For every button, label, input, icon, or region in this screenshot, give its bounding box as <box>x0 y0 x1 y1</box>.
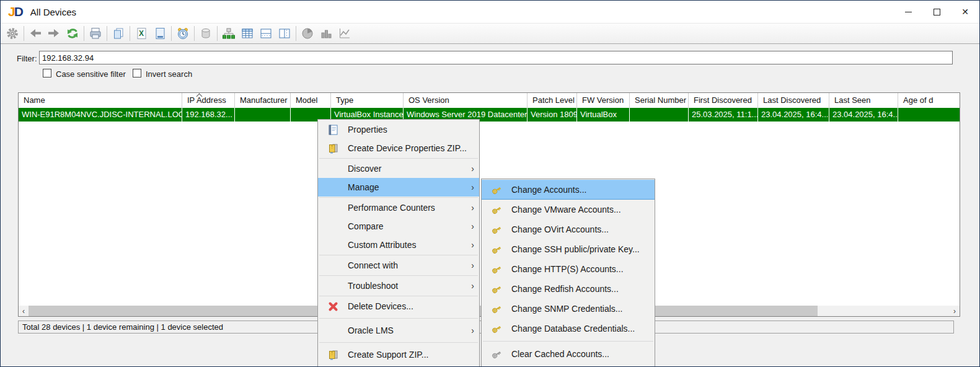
column-header-model[interactable]: Model <box>291 93 331 108</box>
table-row[interactable]: WIN-E91R8M04NVC.JDISC-INTERNAL.LOCAL 192… <box>19 108 960 122</box>
submenu-item-clear-cached-accounts[interactable]: Clear Cached Accounts... <box>482 344 655 364</box>
submenu-item-change-ovirt-accounts[interactable]: Change OVirt Accounts... <box>482 219 655 239</box>
column-header-last-seen[interactable]: Last Seen <box>829 93 898 108</box>
column-header-age[interactable]: Age of d <box>898 93 960 108</box>
maximize-icon <box>934 9 940 15</box>
forward-button[interactable] <box>45 25 63 42</box>
menu-item-create-support-zip[interactable]: Create Support ZIP... <box>318 345 479 364</box>
menu-item-delete-devices[interactable]: Delete Devices... <box>318 297 479 316</box>
zip-icon <box>327 142 339 154</box>
column-header-last-discovered[interactable]: Last Discovered <box>758 93 829 108</box>
menu-separator <box>319 296 478 296</box>
report-button[interactable] <box>151 25 169 42</box>
copy-button[interactable] <box>109 25 128 42</box>
split-horizontal-button[interactable] <box>257 25 275 42</box>
menu-item-create-device-properties-zip[interactable]: Create Device Properties ZIP... <box>318 139 479 157</box>
split-vertical-icon <box>278 27 291 40</box>
column-header-ip-address[interactable]: IP Address <box>182 93 235 108</box>
filter-input[interactable] <box>39 51 953 64</box>
topology-button[interactable] <box>219 25 238 42</box>
print-button[interactable] <box>86 25 105 42</box>
menu-separator <box>319 197 478 198</box>
menu-item-performance-counters[interactable]: Performance Counters <box>318 198 479 217</box>
cell-first-discovered: 25.03.2025, 11:1... <box>689 108 758 122</box>
bar-chart-button[interactable] <box>317 25 335 42</box>
menu-item-troubleshoot[interactable]: Troubleshoot <box>318 276 479 295</box>
scheduler-icon <box>176 27 190 40</box>
key-icon <box>490 283 503 295</box>
key-icon <box>490 243 503 255</box>
submenu-item-change-snmp-credentials[interactable]: Change SNMP Credentials... <box>482 299 655 319</box>
pie-chart-button[interactable] <box>298 25 317 42</box>
invert-search-checkbox[interactable] <box>133 69 141 77</box>
column-header-manufacturer[interactable]: Manufacturer <box>235 93 291 108</box>
menu-item-manage[interactable]: Manage <box>318 178 479 197</box>
cell-fw-version: VirtualBox <box>577 108 630 122</box>
minimize-button[interactable] <box>894 1 922 23</box>
cell-manufacturer <box>235 108 291 122</box>
submenu-arrow-icon <box>471 281 474 291</box>
submenu-arrow-icon <box>471 260 474 270</box>
submenu-item-change-database-credentials[interactable]: Change Database Credentials... <box>482 319 655 338</box>
scroll-left-icon[interactable] <box>19 306 29 316</box>
cell-last-seen: 23.04.2025, 16:4... <box>829 108 898 122</box>
cell-name: WIN-E91R8M04NVC.JDISC-INTERNAL.LOCAL <box>19 108 182 122</box>
menu-item-custom-attributes[interactable]: Custom Attributes <box>318 236 479 254</box>
menu-item-discover[interactable]: Discover <box>318 159 479 178</box>
database-button[interactable] <box>196 25 215 42</box>
column-header-type[interactable]: Type <box>331 93 404 108</box>
refresh-icon <box>66 27 79 40</box>
maximize-button[interactable] <box>922 1 951 23</box>
toolbar-separator <box>194 26 195 41</box>
scroll-right-icon[interactable] <box>950 306 960 316</box>
back-button[interactable] <box>26 25 45 42</box>
excel-export-button[interactable]: X <box>132 25 151 42</box>
column-header-name[interactable]: Name <box>19 93 182 108</box>
submenu-arrow-icon <box>471 182 474 192</box>
menu-separator <box>319 318 478 319</box>
close-button[interactable]: ✕ <box>951 1 979 23</box>
menu-item-oracle-lms[interactable]: Oracle LMS <box>318 321 479 340</box>
case-sensitive-checkbox[interactable] <box>43 69 51 77</box>
menu-item-compare[interactable]: Compare <box>318 217 479 236</box>
excel-export-icon: X <box>135 27 148 40</box>
menu-separator <box>319 158 478 159</box>
split-vertical-button[interactable] <box>275 25 294 42</box>
window-controls: ✕ <box>894 1 979 23</box>
menu-separator <box>319 275 478 276</box>
manage-submenu: Change Accounts... Change VMware Account… <box>481 179 655 367</box>
toolbar-separator <box>24 26 24 41</box>
delete-icon <box>327 300 339 312</box>
key-icon <box>490 184 503 196</box>
column-header-serial-number[interactable]: Serial Number <box>630 93 689 108</box>
menu-item-properties[interactable]: Properties <box>318 120 479 139</box>
split-horizontal-icon <box>259 27 273 40</box>
key-icon <box>490 322 503 335</box>
submenu-item-change-vmware-accounts[interactable]: Change VMware Accounts... <box>482 200 655 219</box>
submenu-item-change-redfish-accounts[interactable]: Change Redfish Accounts... <box>482 279 655 299</box>
menu-item-connect-with[interactable]: Connect with <box>318 256 479 275</box>
column-header-fw-version[interactable]: FW Version <box>577 93 630 108</box>
settings-button[interactable] <box>3 25 22 42</box>
submenu-item-change-accounts[interactable]: Change Accounts... <box>482 180 655 200</box>
submenu-item-change-ssh-key[interactable]: Change SSH public/private Key... <box>482 239 655 259</box>
column-header-patch-level[interactable]: Patch Level <box>528 93 577 108</box>
settings-icon <box>6 27 19 40</box>
scheduler-button[interactable] <box>174 25 192 42</box>
key-icon <box>490 203 503 216</box>
filter-label: Filter: <box>17 54 37 63</box>
table-view-icon <box>241 27 254 40</box>
menu-separator <box>483 341 653 342</box>
toolbar-separator <box>84 26 84 41</box>
back-arrow-icon <box>28 26 43 41</box>
line-chart-button[interactable] <box>335 25 354 42</box>
toolbar-separator <box>217 26 218 41</box>
refresh-button[interactable] <box>63 25 82 42</box>
key-icon <box>490 263 503 275</box>
toolbar: X <box>1 23 979 44</box>
submenu-item-change-https-accounts[interactable]: Change HTTP(S) Accounts... <box>482 259 655 279</box>
toolbar-separator <box>171 26 172 41</box>
column-header-first-discovered[interactable]: First Discovered <box>689 93 758 108</box>
table-view-button[interactable] <box>238 25 257 42</box>
column-header-os-version[interactable]: OS Version <box>404 93 528 108</box>
